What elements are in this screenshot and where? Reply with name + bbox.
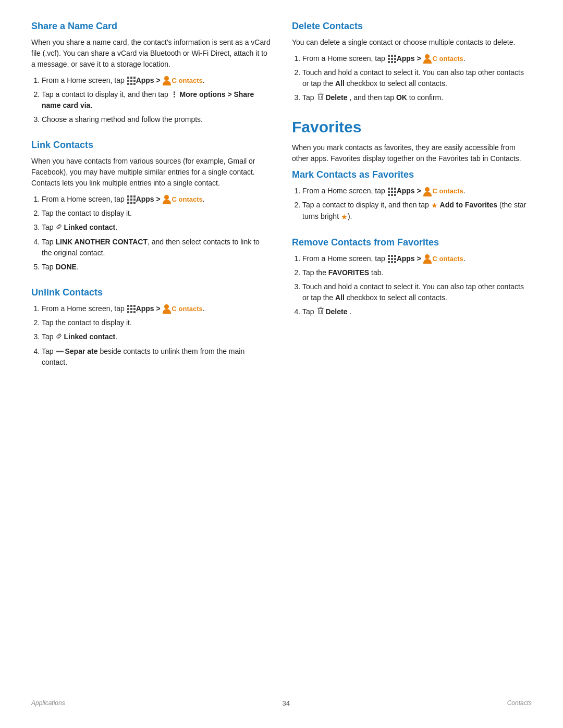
delete-label: Delete	[325, 93, 347, 102]
delete-contacts-intro: You can delete a single contact or choos…	[292, 37, 532, 48]
footer-left: Applications	[31, 699, 65, 707]
list-item: Tap Linked contact.	[42, 222, 271, 233]
page-number: 34	[282, 699, 289, 707]
list-item: Tap a contact to display it, and then ta…	[302, 200, 532, 223]
svg-rect-5	[319, 309, 323, 314]
add-to-favorites-label: Add to Favorites	[440, 201, 497, 209]
list-item: Touch and hold a contact to select it. Y…	[302, 67, 532, 89]
list-item: From a Home screen, tap Apps > C ontacts…	[302, 253, 532, 264]
favorites-section: Favorites When you mark contacts as favo…	[292, 118, 532, 318]
apps-icon	[388, 55, 396, 63]
contacts-person-icon	[423, 254, 432, 264]
footer: Applications 34 Contacts	[31, 699, 532, 707]
link-contacts-section: Link Contacts When you have contacts fro…	[31, 140, 271, 273]
ok-label: OK	[396, 93, 407, 102]
link-contacts-intro: When you have contacts from various sour…	[31, 156, 271, 189]
link-icon	[55, 332, 63, 343]
apps-label: Apps >	[397, 54, 421, 63]
list-item: Tap Delete , and then tap OK to confirm.	[302, 92, 532, 104]
right-column: Delete Contacts You can delete a single …	[292, 21, 532, 382]
apps-label: Apps >	[397, 254, 421, 263]
link-contacts-steps: From a Home screen, tap Apps > C ontacts…	[42, 194, 271, 273]
all-label: All	[335, 293, 345, 302]
list-item: Choose a sharing method and follow the p…	[42, 114, 271, 125]
separate-label: Separ ate	[65, 347, 97, 355]
remove-favorites-section: Remove Contacts from Favorites From a Ho…	[292, 237, 532, 318]
star-icon: ★	[431, 200, 438, 211]
contacts-person-icon	[163, 304, 171, 314]
apps-icon	[127, 77, 136, 85]
linked-contact-label: Linked contact	[64, 332, 115, 341]
remove-favorites-steps: From a Home screen, tap Apps > C ontacts…	[302, 253, 532, 318]
link-icon	[55, 223, 63, 233]
apps-label: Apps >	[397, 187, 421, 195]
contacts-person-icon	[423, 54, 432, 64]
mark-favorites-steps: From a Home screen, tap Apps > C ontacts…	[302, 186, 532, 223]
svg-rect-0	[319, 94, 323, 100]
apps-label: Apps >	[136, 195, 161, 203]
apps-label: Apps >	[136, 76, 161, 84]
list-item: Tap LINK ANOTHER CONTACT, and then selec…	[42, 237, 271, 258]
list-item: Tap DONE.	[42, 262, 271, 273]
list-item: Tap Separ ate beside contacts to unlink …	[42, 346, 271, 368]
list-item: Tap Linked contact.	[42, 331, 271, 343]
minus-icon	[56, 351, 64, 352]
contacts-person-icon	[423, 187, 432, 196]
contacts-label: C ontacts	[433, 186, 463, 196]
unlink-contacts-steps: From a Home screen, tap Apps > C ontacts…	[42, 303, 271, 368]
delete-icon	[317, 92, 324, 104]
share-name-card-title: Share a Name Card	[31, 21, 271, 32]
link-contacts-title: Link Contacts	[31, 140, 271, 151]
contacts-label: C ontacts	[433, 54, 463, 64]
list-item: Tap Delete .	[302, 306, 532, 318]
linked-contact-label: Linked contact	[64, 223, 115, 231]
footer-right: Contacts	[507, 699, 532, 707]
contacts-label: C ontacts	[433, 254, 463, 264]
delete-label: Delete	[325, 307, 347, 316]
delete-contacts-section: Delete Contacts You can delete a single …	[292, 21, 532, 104]
apps-icon	[388, 255, 396, 263]
all-checkbox-label: All	[335, 79, 345, 88]
unlink-contacts-title: Unlink Contacts	[31, 287, 271, 298]
favorites-tab-label: FAVORITES	[328, 268, 369, 277]
delete-icon	[317, 306, 324, 318]
remove-favorites-title: Remove Contacts from Favorites	[292, 237, 532, 248]
share-name-card-steps: From a Home screen, tap Apps > C ontacts…	[42, 75, 271, 125]
apps-label: Apps >	[136, 304, 161, 313]
favorites-intro: When you mark contacts as favorites, the…	[292, 142, 532, 164]
more-options-label: ⋮ More options > Share name card via	[42, 90, 254, 109]
list-item: Touch and hold a contact to select it. Y…	[302, 281, 532, 303]
list-item: From a Home screen, tap Apps > C ontacts…	[302, 53, 532, 64]
apps-icon	[127, 305, 136, 313]
contacts-label: C ontacts	[172, 304, 203, 314]
list-item: Tap the FAVORITES tab.	[302, 267, 532, 278]
left-column: Share a Name Card When you share a name …	[31, 21, 271, 382]
contacts-person-icon	[163, 76, 171, 85]
share-name-card-intro: When you share a name card, the contact'…	[31, 37, 271, 70]
done-label: DONE	[55, 263, 76, 271]
list-item: Tap the contact to display it.	[42, 317, 271, 328]
contacts-person-icon	[163, 195, 171, 204]
apps-icon	[127, 195, 136, 204]
delete-contacts-steps: From a Home screen, tap Apps > C ontacts…	[302, 53, 532, 104]
mark-favorites-section: Mark Contacts as Favorites From a Home s…	[292, 169, 532, 223]
list-item: From a Home screen, tap Apps > C ontacts…	[42, 75, 271, 86]
contacts-label: C ontacts	[172, 194, 203, 205]
unlink-contacts-section: Unlink Contacts From a Home screen, tap …	[31, 287, 271, 368]
favorites-title: Favorites	[292, 118, 532, 136]
apps-icon	[388, 188, 396, 196]
list-item: From a Home screen, tap Apps > C ontacts…	[42, 303, 271, 314]
list-item: Tap a contact to display it, and then ta…	[42, 89, 271, 111]
mark-favorites-title: Mark Contacts as Favorites	[292, 169, 532, 180]
bright-star-icon: ★	[341, 212, 348, 223]
link-another-label: LINK ANOTHER CONTACT	[55, 238, 148, 246]
list-item: From a Home screen, tap Apps > C ontacts…	[302, 186, 532, 196]
list-item: Tap the contact to display it.	[42, 208, 271, 219]
contacts-label: C ontacts	[172, 76, 203, 86]
list-item: From a Home screen, tap Apps > C ontacts…	[42, 194, 271, 205]
delete-contacts-title: Delete Contacts	[292, 21, 532, 32]
share-name-card-section: Share a Name Card When you share a name …	[31, 21, 271, 125]
